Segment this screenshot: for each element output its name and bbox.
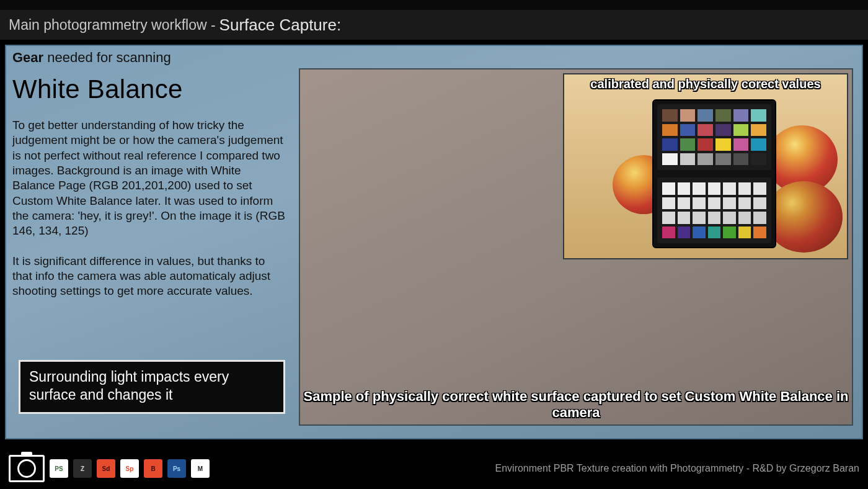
color-swatch — [733, 153, 749, 166]
color-swatch — [698, 138, 713, 151]
paragraph-1: To get better understanding of how trick… — [12, 118, 285, 239]
color-swatch — [662, 197, 675, 210]
color-swatch — [678, 212, 691, 224]
breadcrumb: Main photogrammetry workflow - — [9, 17, 216, 34]
color-swatch — [678, 227, 691, 239]
zbrush-icon: Z — [73, 459, 92, 478]
color-swatch — [753, 227, 766, 239]
color-swatch — [723, 182, 736, 195]
color-swatch — [738, 197, 751, 210]
sample-caption: Sample of physically correct white surfa… — [300, 388, 852, 421]
color-checker-icon — [652, 99, 776, 248]
callout-box: Surrounding light impacts every surface … — [19, 360, 285, 414]
color-swatch — [680, 138, 696, 151]
color-swatch — [723, 212, 736, 224]
color-swatch — [662, 124, 678, 137]
page-title: White Balance — [12, 74, 285, 104]
substance-painter-icon: Sp — [120, 459, 139, 478]
color-swatch — [662, 212, 675, 224]
footer-bar: PSZSdSpBPsM Environment PBR Texture crea… — [0, 448, 868, 489]
color-swatch — [733, 124, 749, 137]
color-swatch — [751, 153, 766, 166]
color-swatch — [708, 227, 721, 239]
substance-designer-icon: Sd — [97, 459, 115, 478]
color-swatch — [693, 212, 706, 224]
color-swatch — [753, 197, 766, 210]
paragraph-2: It is significant difference in values, … — [12, 254, 285, 299]
color-swatch — [715, 153, 731, 166]
section-title: Surface Capture: — [219, 16, 342, 35]
color-swatch — [662, 153, 678, 166]
subheader: Gear needed for scanning — [12, 50, 171, 66]
color-swatch — [751, 124, 766, 137]
color-swatch — [698, 109, 713, 122]
content-panel: Gear needed for scanning White Balance T… — [5, 45, 863, 439]
color-swatch — [733, 138, 749, 151]
color-swatch — [662, 182, 675, 195]
color-swatch — [680, 153, 696, 166]
color-swatch — [693, 227, 706, 239]
color-swatch — [715, 124, 731, 137]
color-swatch — [738, 212, 751, 224]
inset-photo: calibrated and physically corect values — [563, 73, 848, 259]
color-swatch — [751, 138, 766, 151]
title-bar: Main photogrammetry workflow - Surface C… — [0, 10, 868, 40]
color-swatch — [738, 182, 751, 195]
color-swatch — [723, 197, 736, 210]
color-swatch — [715, 138, 731, 151]
color-swatch — [662, 227, 675, 239]
footer-credit: Environment PBR Texture creation with Ph… — [495, 463, 860, 474]
color-swatch — [753, 212, 766, 224]
color-swatch — [678, 197, 691, 210]
color-swatch — [708, 182, 721, 195]
color-swatch — [680, 124, 696, 137]
color-swatch — [708, 212, 721, 224]
color-swatch — [678, 182, 691, 195]
color-swatch — [698, 153, 713, 166]
marmoset-icon: M — [191, 459, 210, 478]
color-swatch — [708, 197, 721, 210]
subheader-rest: needed for scanning — [43, 50, 171, 65]
color-swatch — [662, 138, 678, 151]
color-swatch — [733, 109, 749, 122]
subheader-bold: Gear — [12, 50, 43, 65]
color-swatch — [738, 227, 751, 239]
color-swatch — [662, 109, 678, 122]
color-swatch — [698, 124, 713, 137]
substance-b3d-icon: B — [144, 459, 162, 478]
color-swatch — [751, 109, 766, 122]
color-swatch — [693, 197, 706, 210]
color-swatch — [723, 227, 736, 239]
color-swatch — [753, 182, 766, 195]
color-swatch — [715, 109, 731, 122]
photoscan-icon: PS — [50, 459, 68, 478]
color-swatch — [693, 182, 706, 195]
sample-image: calibrated and physically corect values … — [299, 68, 853, 426]
color-swatch — [680, 109, 696, 122]
inset-caption: calibrated and physically corect values — [564, 77, 847, 91]
photoshop-icon: Ps — [167, 459, 186, 478]
camera-icon — [9, 455, 45, 482]
apple-icon — [765, 181, 843, 253]
